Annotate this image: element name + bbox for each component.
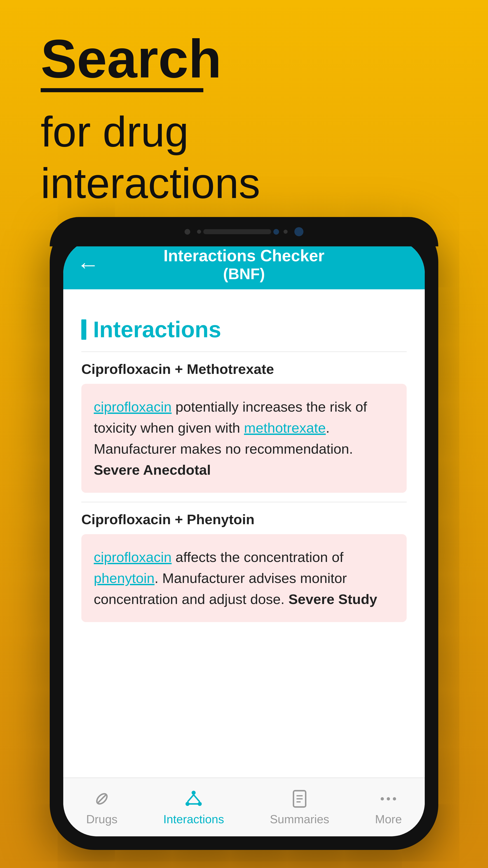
drugs-icon (92, 789, 112, 809)
bottom-nav: Drugs Interactions (63, 778, 425, 836)
nav-label-interactions: Interactions (163, 812, 224, 826)
interaction-severity-1: Severe Anecdotal (94, 462, 211, 477)
nav-item-drugs[interactable]: Drugs (86, 789, 118, 826)
interaction-severity-2: Severe Study (289, 591, 377, 607)
svg-line-6 (194, 795, 200, 802)
section-heading: Interactions (81, 316, 407, 342)
phone-frame: ← Interactions Checker (BNF) Interaction… (50, 217, 438, 850)
interactions-icon (184, 789, 204, 809)
svg-line-1 (97, 794, 106, 803)
drug-link-ciprofloxacin-1[interactable]: ciprofloxacin (94, 399, 172, 414)
svg-point-14 (393, 797, 396, 800)
hero-subtitle-line2: interactions (41, 159, 260, 207)
nav-label-summaries: Summaries (270, 812, 329, 826)
nav-label-drugs: Drugs (86, 812, 118, 826)
drug-link-phenytoin[interactable]: phenytoin (94, 570, 155, 586)
interaction-item-2: Ciprofloxacin + Phenytoin ciprofloxacin … (81, 511, 407, 622)
divider-1 (81, 351, 407, 352)
section-title: Interactions (93, 316, 221, 342)
nav-item-summaries[interactable]: Summaries (270, 789, 329, 826)
nav-label-more: More (375, 812, 402, 826)
notch-dot2 (284, 230, 288, 234)
interaction-box-2: ciprofloxacin affects the concentration … (81, 534, 407, 622)
summaries-icon (289, 789, 310, 809)
svg-line-5 (188, 795, 194, 802)
notch-camera-left (185, 229, 190, 235)
section-bar-accent (81, 319, 86, 340)
app-bar-title-line1: Interactions Checker (164, 246, 324, 265)
notch-dot1 (197, 230, 201, 234)
drug-link-methotrexate[interactable]: methotrexate (244, 420, 326, 436)
divider-2 (81, 502, 407, 502)
hero-section: Search for drug interactions (41, 32, 260, 209)
notch-camera-right (294, 227, 303, 236)
notch-camera-main (273, 229, 279, 235)
interaction-box-1: ciprofloxacin potentially increases the … (81, 384, 407, 493)
notch-speaker (203, 229, 271, 234)
screen-inner: ← Interactions Checker (BNF) Interaction… (63, 240, 425, 836)
screen-content: Interactions Ciprofloxacin + Methotrexat… (63, 289, 425, 778)
interaction-pair-1: Ciprofloxacin + Methotrexate (81, 361, 407, 377)
phone-notch (50, 217, 438, 246)
interaction-item-1: Ciprofloxacin + Methotrexate ciprofloxac… (81, 361, 407, 493)
nav-item-interactions[interactable]: Interactions (163, 789, 224, 826)
phone-screen: ← Interactions Checker (BNF) Interaction… (63, 240, 425, 836)
hero-subtitle: for drug interactions (41, 106, 260, 209)
hero-search-title: Search (41, 32, 260, 86)
svg-point-13 (387, 797, 390, 800)
app-bar: ← Interactions Checker (BNF) (63, 240, 425, 289)
svg-point-2 (192, 791, 196, 795)
app-bar-title: Interactions Checker (BNF) (164, 246, 324, 283)
svg-point-12 (381, 797, 384, 800)
hero-subtitle-line1: for drug (41, 107, 189, 156)
more-icon (378, 789, 398, 809)
back-button[interactable]: ← (77, 252, 99, 278)
nav-item-more[interactable]: More (375, 789, 402, 826)
app-bar-title-line2: (BNF) (164, 265, 324, 283)
drug-link-ciprofloxacin-2[interactable]: ciprofloxacin (94, 549, 172, 565)
interaction-text-middle-2: affects the concentration of (172, 549, 344, 565)
interaction-pair-2: Ciprofloxacin + Phenytoin (81, 511, 407, 527)
